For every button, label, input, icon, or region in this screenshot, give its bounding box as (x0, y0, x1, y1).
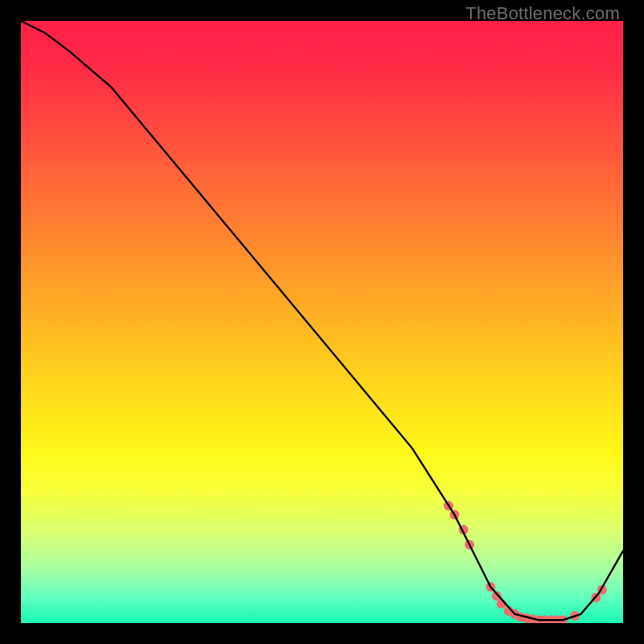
watermark-text: TheBottleneck.com (465, 3, 620, 24)
highlight-markers (444, 501, 607, 623)
chart-area (21, 21, 623, 623)
chart-svg (21, 21, 623, 623)
curve-line (21, 21, 623, 620)
